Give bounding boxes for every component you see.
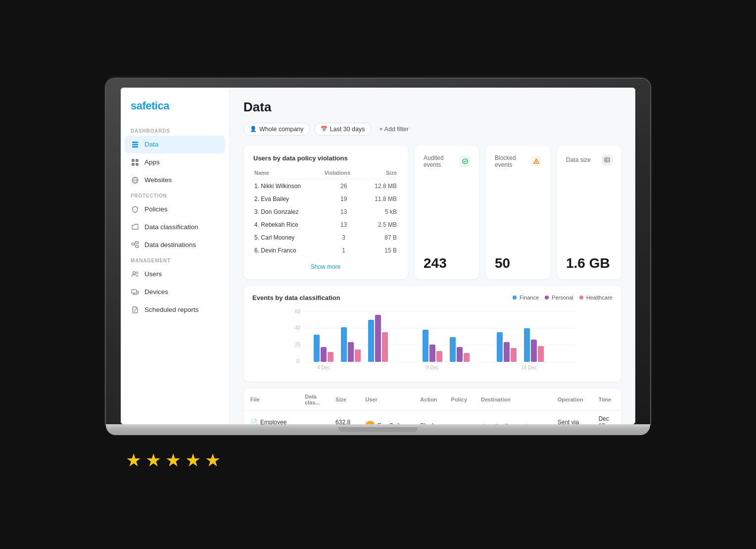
- svg-rect-48: [436, 351, 442, 362]
- audited-events-card: Audited events 243: [415, 146, 479, 279]
- svg-rect-39: [328, 352, 333, 362]
- table-header-cell: Time: [592, 389, 621, 411]
- table-header-cell: File: [243, 389, 298, 411]
- bar-chart: 60 40 20 0: [252, 307, 613, 372]
- blocked-label: Blocked events: [495, 154, 531, 168]
- destinations-icon: [131, 241, 140, 250]
- period-filter[interactable]: 📅 Last 30 days: [314, 123, 372, 136]
- sidebar-item-apps[interactable]: Apps: [121, 153, 229, 171]
- table-header-cell: User: [358, 389, 413, 411]
- violations-row: 2. Eva Bailey1911.8 MB: [254, 193, 397, 205]
- top-cards-row: Users by data policy violations Name Vio…: [243, 146, 621, 279]
- svg-rect-5: [132, 163, 135, 166]
- table-header-cell: Size: [329, 389, 358, 411]
- svg-rect-40: [341, 327, 347, 362]
- star-2: ★: [145, 450, 161, 471]
- sidebar-item-data-classification[interactable]: Data classification: [121, 218, 229, 236]
- col-name-header: Name: [254, 170, 324, 179]
- period-filter-label: Last 30 days: [330, 126, 365, 133]
- laptop-notch: [338, 427, 418, 432]
- star-3: ★: [165, 450, 181, 471]
- blocked-value: 50: [495, 256, 541, 270]
- svg-rect-11: [136, 242, 139, 244]
- sidebar-item-data[interactable]: Data: [125, 136, 225, 153]
- data-icon: [131, 140, 140, 149]
- sidebar-websites-label: Websites: [144, 176, 172, 184]
- svg-text:0: 0: [296, 358, 299, 364]
- data-size-card: Data size 1.6 GB: [557, 146, 621, 279]
- blocked-icon: [531, 156, 541, 167]
- violations-title: Users by data policy violations: [253, 154, 398, 162]
- svg-point-24: [536, 162, 536, 163]
- management-section-label: MANAGEMENT: [121, 254, 229, 265]
- add-filter-button[interactable]: + Add filter: [376, 123, 413, 135]
- svg-rect-45: [382, 332, 388, 362]
- table-header-cell: Operation: [551, 389, 592, 411]
- col-violations-header: Violations: [325, 170, 363, 179]
- calendar-icon: 📅: [321, 126, 328, 132]
- sidebar-policies-label: Policies: [144, 205, 168, 213]
- websites-icon: [131, 176, 140, 185]
- company-filter[interactable]: 👤 Whole company: [243, 123, 310, 136]
- sidebar-item-devices[interactable]: Devices: [121, 283, 229, 301]
- users-icon: [131, 270, 140, 279]
- chart-card: Events by data classification Finance Pe…: [243, 286, 621, 382]
- svg-rect-51: [464, 353, 470, 362]
- svg-rect-17: [132, 290, 137, 293]
- show-more-button[interactable]: Show more: [253, 263, 398, 270]
- table-header-cell: Action: [413, 389, 444, 411]
- page-title: Data: [243, 100, 621, 115]
- svg-rect-6: [136, 163, 139, 166]
- legend-finance: Finance: [513, 295, 539, 300]
- svg-rect-53: [504, 342, 510, 362]
- sidebar-item-users[interactable]: Users: [121, 265, 229, 283]
- sidebar-apps-label: Apps: [144, 158, 160, 166]
- violations-row: 5. Carl Mooney387 B: [254, 232, 397, 244]
- legend-healthcare: Healthcare: [579, 295, 613, 300]
- sidebar-destinations-label: Data destinations: [144, 241, 196, 249]
- person-icon: 👤: [250, 126, 257, 132]
- svg-rect-50: [457, 347, 463, 362]
- sidebar-item-scheduled-reports[interactable]: Scheduled reports: [121, 301, 229, 319]
- legend-personal: Personal: [545, 295, 573, 300]
- audited-label: Audited events: [424, 154, 460, 168]
- svg-text:60: 60: [295, 309, 301, 314]
- user-chip: EB Eva Bailey: [365, 421, 406, 424]
- svg-rect-18: [137, 291, 139, 294]
- sidebar-item-policies[interactable]: Policies: [121, 200, 229, 218]
- dashboards-section-label: DASHBOARDS: [121, 124, 229, 136]
- svg-text:14 Dec: 14 Dec: [521, 365, 537, 370]
- table-header-cell: Destination: [474, 389, 551, 411]
- laptop-base: [106, 424, 650, 435]
- svg-rect-37: [314, 335, 320, 362]
- star-5: ★: [205, 450, 221, 471]
- classification-icon: [131, 223, 140, 232]
- svg-rect-3: [132, 159, 135, 162]
- sidebar: safetica DASHBOARDS Data: [121, 88, 230, 424]
- svg-rect-42: [355, 349, 361, 362]
- star-4: ★: [185, 450, 201, 471]
- svg-rect-47: [429, 345, 435, 362]
- sidebar-item-websites[interactable]: Websites: [121, 171, 229, 189]
- blocked-events-card: Blocked events 50: [486, 146, 550, 279]
- svg-rect-25: [605, 158, 610, 162]
- svg-text:40: 40: [295, 325, 301, 331]
- add-filter-label: + Add filter: [379, 126, 409, 133]
- svg-rect-41: [348, 342, 354, 362]
- violations-table: Name Violations Size 1. Nikki Wilkinson2…: [253, 169, 398, 257]
- data-size-icon: [602, 154, 613, 165]
- violations-row: 3. Don Gonzalez135 kB: [254, 206, 397, 218]
- main-content: Data 👤 Whole company 📅 Last 30 days + Ad…: [230, 88, 635, 424]
- svg-text:20: 20: [295, 342, 301, 347]
- svg-rect-12: [136, 246, 139, 248]
- sidebar-item-data-destinations[interactable]: Data destinations: [121, 236, 229, 254]
- chart-title: Events by data classification: [252, 294, 340, 301]
- svg-rect-38: [321, 347, 327, 362]
- svg-rect-4: [136, 159, 139, 162]
- svg-rect-49: [450, 337, 456, 362]
- svg-point-15: [133, 271, 136, 274]
- avatar: EB: [365, 421, 375, 424]
- chart-header: Events by data classification Finance Pe…: [252, 294, 613, 301]
- col-size-header: Size: [364, 170, 397, 179]
- violations-row: 4. Rebekah Rice132.5 MB: [254, 219, 397, 231]
